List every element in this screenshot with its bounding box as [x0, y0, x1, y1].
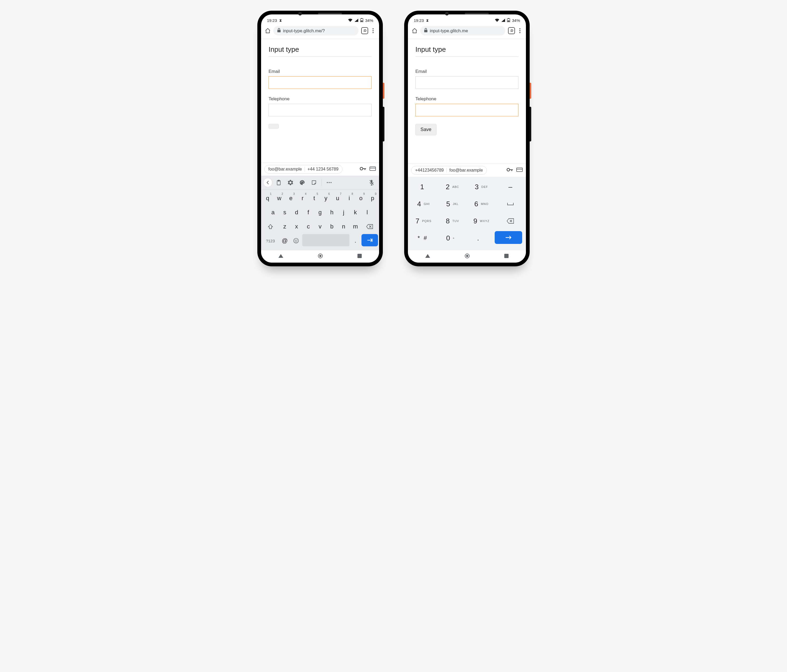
svg-rect-2 [361, 21, 362, 22]
nav-back-icon[interactable] [425, 254, 430, 259]
letter-key[interactable]: d [291, 206, 302, 219]
letter-key[interactable]: p0 [367, 192, 378, 205]
telephone-input[interactable] [269, 104, 371, 116]
more-dots-icon[interactable] [324, 177, 335, 188]
key-0[interactable]: 0+ [437, 230, 465, 247]
telephone-input[interactable] [416, 104, 518, 116]
page-title: Input type [269, 45, 371, 57]
nav-home-icon[interactable] [465, 254, 469, 259]
battery-text: 34% [365, 18, 373, 23]
key-2[interactable]: 2ABC [438, 178, 467, 196]
letter-key[interactable]: z [279, 220, 290, 233]
nav-recents-icon[interactable] [504, 254, 509, 259]
letter-key[interactable]: y6 [321, 192, 332, 205]
key-dash[interactable]: – [496, 178, 525, 196]
letter-key[interactable]: i8 [344, 192, 355, 205]
nav-home-icon[interactable] [318, 254, 323, 259]
letter-key[interactable]: r4 [297, 192, 308, 205]
backspace-key[interactable] [496, 213, 525, 230]
email-input[interactable] [269, 76, 371, 89]
nav-bar [408, 250, 526, 263]
page-title: Input type [416, 45, 518, 57]
dial-row-4: * # 0+ . [409, 230, 525, 247]
letter-key[interactable]: u7 [332, 192, 343, 205]
sticker-icon[interactable] [308, 177, 319, 188]
letter-key[interactable]: v [314, 220, 326, 233]
shift-key[interactable] [262, 220, 278, 233]
emoji-key[interactable] [291, 234, 302, 248]
clipboard-icon[interactable] [273, 177, 284, 188]
key-6[interactable]: 6MNO [467, 196, 496, 213]
phone-notch [298, 12, 342, 16]
enter-key[interactable] [362, 234, 378, 246]
letter-key[interactable]: n [338, 220, 349, 233]
period-key[interactable]: . [350, 234, 361, 248]
key-period[interactable]: . [464, 230, 492, 247]
nav-recents-icon[interactable] [357, 254, 362, 259]
letter-key[interactable]: j [338, 206, 349, 219]
letter-key[interactable]: c [303, 220, 314, 233]
password-key-icon[interactable] [507, 168, 513, 173]
email-input[interactable] [416, 76, 518, 89]
overflow-menu-icon[interactable] [518, 27, 522, 35]
symbols-key[interactable]: ?123 [262, 234, 279, 248]
letter-key[interactable]: b [327, 220, 337, 233]
svg-point-7 [360, 167, 363, 170]
address-bar[interactable]: input-type.glitch.me [420, 26, 505, 35]
credit-card-icon[interactable] [370, 167, 376, 172]
key-8[interactable]: 8TUV [438, 213, 467, 230]
hourglass-icon: ⧗ [426, 18, 429, 23]
key-7[interactable]: 7PQRS [409, 213, 438, 230]
tab-switcher[interactable]: :D [508, 27, 515, 34]
home-icon[interactable] [265, 28, 271, 34]
spacebar-key[interactable] [302, 234, 349, 246]
letter-key[interactable]: q1 [262, 192, 273, 205]
save-button[interactable] [269, 124, 279, 129]
letter-key[interactable]: o9 [356, 192, 367, 205]
home-icon[interactable] [412, 28, 417, 34]
chevron-left-icon[interactable] [263, 178, 272, 187]
overflow-menu-icon[interactable] [371, 27, 375, 35]
letter-key[interactable]: a [267, 206, 278, 219]
enter-key[interactable] [495, 231, 522, 244]
svg-rect-29 [508, 18, 509, 19]
nav-back-icon[interactable] [278, 254, 283, 259]
letter-key[interactable]: t5 [309, 192, 320, 205]
letter-key[interactable]: l [362, 206, 373, 219]
lock-icon [277, 28, 281, 33]
svg-point-12 [300, 182, 302, 183]
key-space[interactable] [496, 196, 525, 213]
telephone-label: Telephone [269, 96, 371, 102]
letter-key[interactable]: k [350, 206, 361, 219]
gear-icon[interactable] [285, 177, 296, 188]
svg-rect-1 [361, 18, 362, 19]
save-button[interactable]: Save [416, 124, 436, 135]
palette-icon[interactable] [297, 177, 308, 188]
letter-key[interactable]: g [314, 206, 326, 219]
key-3[interactable]: 3DEF [467, 178, 496, 196]
backspace-key[interactable] [362, 220, 378, 233]
mic-off-icon[interactable] [366, 177, 377, 188]
key-5[interactable]: 5JKL [438, 196, 467, 213]
autofill-chip[interactable]: +44123456789 foo@bar.example [411, 166, 487, 175]
letter-key[interactable]: s [279, 206, 290, 219]
tab-switcher[interactable]: :D [361, 27, 368, 34]
key-star-hash[interactable]: * # [409, 230, 437, 247]
address-bar[interactable]: input-type.glitch.me/? [273, 26, 359, 35]
credit-card-icon[interactable] [516, 167, 523, 173]
screen: 19:23 ⧗ 34% input-type.glitch.me :D [408, 14, 526, 263]
password-key-icon[interactable] [360, 167, 366, 172]
letter-key[interactable]: f [303, 206, 314, 219]
letter-key[interactable]: w2 [274, 192, 285, 205]
key-9[interactable]: 9WXYZ [467, 213, 496, 230]
autofill-phone: +44 1234 56789 [308, 167, 338, 172]
at-key[interactable]: @ [280, 234, 290, 248]
autofill-chip[interactable]: foo@bar.example +44 1234 56789 [264, 165, 343, 174]
letter-key[interactable]: x [291, 220, 302, 233]
signal-icon [501, 18, 505, 23]
letter-key[interactable]: m [350, 220, 361, 233]
letter-key[interactable]: e3 [285, 192, 296, 205]
letter-key[interactable]: h [327, 206, 337, 219]
key-1[interactable]: 1 [409, 178, 438, 196]
key-4[interactable]: 4GHI [409, 196, 438, 213]
